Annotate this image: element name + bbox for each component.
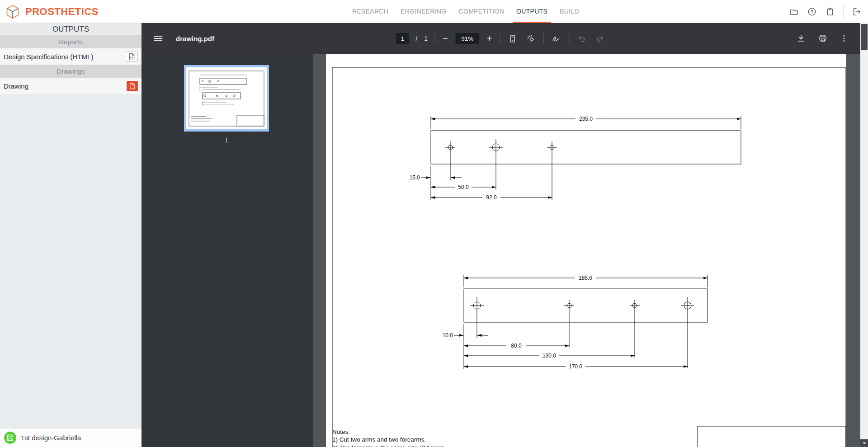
dim-label-part1-overall: 235.0: [579, 116, 593, 122]
sidebar-empty-area: [0, 94, 142, 428]
current-design-bar[interactable]: 1st design-Gabriella: [0, 428, 142, 447]
top-bar-divider: [843, 5, 844, 19]
page-total: 1: [424, 35, 428, 42]
redo-button[interactable]: [594, 33, 606, 44]
top-bar: PROSTHETICS RESEARCH ENGINEERING COMPETI…: [0, 0, 868, 23]
pdf-menu-button[interactable]: [152, 33, 164, 44]
nav-research[interactable]: RESEARCH: [352, 0, 388, 23]
zoom-out-button[interactable]: −: [442, 33, 449, 45]
fit-page-icon: [508, 34, 518, 43]
rotate-button[interactable]: [525, 33, 537, 44]
pdf-viewer: drawing.pdf / 1 − +: [142, 23, 868, 447]
section-header-drawings: Drawings: [0, 65, 142, 78]
toolbar-divider: [500, 33, 500, 44]
title-block: [698, 426, 846, 447]
print-icon: [818, 33, 828, 43]
folder-icon[interactable]: [789, 7, 799, 17]
dim-label-part2-offset3: 130.0: [542, 353, 556, 359]
pdf-file-name: drawing.pdf: [176, 35, 214, 42]
page-thumbnail-selected[interactable]: [184, 65, 269, 132]
part1-outline: [431, 131, 741, 164]
redo-icon: [595, 34, 605, 43]
zoom-level-input[interactable]: [456, 33, 479, 44]
page-number-input[interactable]: [396, 33, 409, 44]
note-line-2: 2) The forearm is the same size (3 holes…: [332, 444, 445, 447]
pdf-page-1: 235.0 15.0 50.0 92.0 185.0 10.0 80.0 130…: [326, 54, 846, 447]
dim-label-part2-offset1: 10.0: [443, 332, 453, 339]
zoom-in-button[interactable]: +: [486, 33, 493, 45]
sidebar-item-drawing[interactable]: Drawing: [0, 78, 142, 94]
toolbar-divider: [569, 33, 570, 44]
scrollbar-thumb[interactable]: [861, 24, 868, 50]
html-file-icon: [128, 53, 135, 61]
kebab-menu-icon: [840, 34, 849, 43]
page-separator: /: [415, 35, 417, 42]
dim-label-part2-overall: 185.0: [579, 275, 592, 281]
top-nav: RESEARCH ENGINEERING COMPETITION OUTPUTS…: [352, 0, 579, 23]
brand-name: PROSTHETICS: [25, 6, 99, 18]
clipboard-icon[interactable]: [825, 7, 835, 17]
annotate-button[interactable]: [551, 33, 562, 44]
annotate-pen-icon: [552, 33, 561, 43]
download-button[interactable]: [795, 33, 807, 44]
print-button[interactable]: [817, 33, 829, 44]
part2-outline: [464, 289, 708, 322]
help-icon[interactable]: [807, 7, 817, 17]
dim-label-part2-offset2: 80.0: [511, 343, 522, 349]
outputs-sidebar: OUTPUTS Reports Design Specifications (H…: [0, 23, 142, 447]
open-html-report-button[interactable]: [126, 52, 138, 62]
pdf-toolbar-center: / 1 − +: [396, 23, 605, 54]
brand[interactable]: PROSTHETICS: [5, 4, 99, 20]
design-specifications-label: Design Specifications (HTML): [4, 53, 93, 61]
sheet-border: [332, 67, 846, 447]
drawing-label: Drawing: [4, 82, 28, 90]
fit-to-page-button[interactable]: [507, 33, 519, 44]
pdf-file-icon: [129, 83, 135, 89]
logout-icon[interactable]: [852, 7, 862, 17]
sidebar-item-design-specifications[interactable]: Design Specifications (HTML): [0, 48, 142, 65]
pdf-document-area[interactable]: 235.0 15.0 50.0 92.0 185.0 10.0 80.0 130…: [313, 54, 860, 447]
dim-label-part1-offset1: 15.0: [410, 174, 420, 181]
nav-competition[interactable]: COMPETITION: [459, 0, 505, 23]
notes-title: Notes:: [332, 428, 350, 435]
dim-label-part1-offset2: 50.0: [458, 184, 469, 190]
undo-button[interactable]: [576, 33, 588, 44]
nav-outputs[interactable]: OUTPUTS: [516, 0, 547, 23]
technical-drawing: 235.0 15.0 50.0 92.0 185.0 10.0 80.0 130…: [326, 54, 846, 447]
thumbnail-panel: 1: [142, 54, 313, 447]
undo-icon: [577, 34, 587, 43]
nav-build[interactable]: BUILD: [560, 0, 579, 23]
open-pdf-button[interactable]: [127, 81, 138, 91]
sidebar-title: OUTPUTS: [0, 23, 142, 35]
hamburger-icon: [153, 33, 163, 43]
design-name-label: 1st design-Gabriella: [21, 434, 81, 442]
scrollbar-down-button[interactable]: [860, 439, 868, 447]
pdf-toolbar: drawing.pdf / 1 − +: [142, 23, 860, 54]
nav-engineering[interactable]: ENGINEERING: [401, 0, 446, 23]
pdf-scrollbar[interactable]: [860, 23, 868, 447]
more-options-button[interactable]: [839, 33, 849, 44]
note-line-1: 1) Cut two arms and two forearms.: [332, 436, 426, 443]
toolbar-divider: [543, 33, 544, 44]
top-bar-actions: [789, 0, 862, 23]
dim-label-part1-offset3: 92.0: [486, 194, 497, 201]
thumbnail-page-number: 1: [184, 137, 269, 144]
cube-logo-icon: [5, 4, 21, 20]
download-icon: [796, 33, 806, 43]
rotate-icon: [526, 34, 536, 43]
saved-design-icon: [4, 432, 16, 444]
toolbar-divider: [434, 33, 435, 44]
pdf-toolbar-right: [795, 33, 849, 44]
section-header-reports: Reports: [0, 35, 142, 48]
dim-label-part2-offset4: 170.0: [569, 363, 582, 370]
